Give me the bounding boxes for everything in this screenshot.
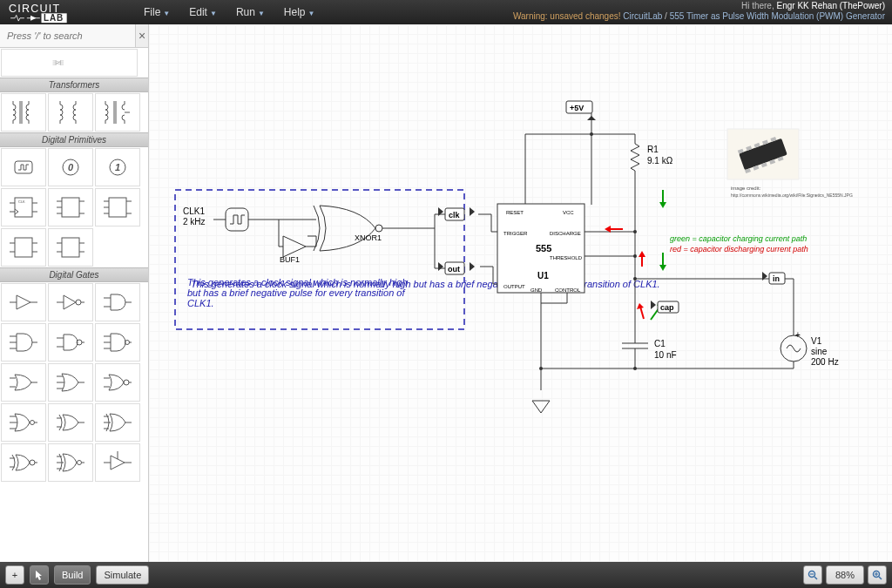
component-one[interactable]: 1 — [95, 148, 140, 186]
port-cap: cap — [651, 301, 679, 313]
canvas[interactable]: This generates a clock signal which is n… — [149, 24, 892, 562]
svg-point-21 — [78, 461, 82, 465]
component-nor[interactable] — [95, 363, 140, 402]
cat-transformers: Transformers — [0, 78, 148, 92]
component-xor[interactable] — [48, 403, 93, 442]
crumb-title[interactable]: 555 Timer as Pulse Width Modulation (PWM… — [670, 11, 885, 21]
v1-type: sine — [811, 347, 828, 356]
c1-val: 10 nF — [654, 350, 677, 360]
clk-label: CLK1 — [183, 206, 205, 216]
cat-digital-primitives: Digital Primitives — [0, 132, 148, 147]
svg-text:out: out — [448, 265, 460, 274]
component-and[interactable] — [95, 283, 140, 321]
svg-rect-1 — [30, 17, 37, 18]
zoom-in-button[interactable] — [868, 565, 887, 585]
menu-edit[interactable]: Edit▼ — [189, 6, 217, 18]
zoom-level[interactable]: 88% — [826, 565, 864, 585]
svg-text:RESET: RESET — [506, 210, 524, 215]
zoom-out-button[interactable] — [803, 565, 822, 585]
cat-digital-gates: Digital Gates — [0, 267, 148, 282]
component-dff4[interactable] — [1, 228, 46, 267]
menu-run[interactable]: Run▼ — [236, 6, 265, 18]
c1-ref: C1 — [654, 339, 666, 348]
svg-rect-11 — [62, 198, 79, 217]
svg-text:CONTROL: CONTROL — [555, 287, 581, 293]
svg-text:CLK: CLK — [18, 199, 25, 204]
clk-freq: 2 kHz — [183, 217, 206, 226]
component-transformer3[interactable] — [95, 93, 140, 132]
svg-text:DISCHARGE: DISCHARGE — [550, 231, 581, 236]
cursor-tool[interactable] — [30, 565, 49, 585]
component-dff1[interactable]: CLK — [1, 188, 46, 226]
build-button[interactable]: Build — [54, 565, 91, 585]
legend-green: green = capacitor charging current path — [670, 234, 807, 243]
credit-url: http://commons.wikimedia.org/wiki/File:S… — [731, 193, 853, 198]
component-nand[interactable] — [48, 323, 93, 362]
component-dff5[interactable] — [48, 228, 93, 267]
v1-ref: V1 — [811, 336, 822, 346]
main-menus: File▼ Edit▼ Run▼ Help▼ — [144, 6, 314, 18]
component-dff2[interactable] — [48, 188, 93, 226]
component-inverter[interactable] — [48, 283, 93, 321]
buf-label: BUF1 — [280, 255, 300, 264]
component-clock[interactable] — [1, 148, 46, 186]
svg-point-18 — [124, 380, 129, 385]
credit-label: image credit: — [731, 186, 761, 191]
menu-file[interactable]: File▼ — [144, 6, 170, 18]
svg-rect-13 — [15, 238, 32, 257]
menu-help[interactable]: Help▼ — [284, 6, 315, 18]
svg-text:THRESHOLD: THRESHOLD — [550, 255, 583, 260]
component-tristate[interactable] — [95, 443, 140, 482]
component-switch[interactable] — [1, 49, 138, 77]
search-input[interactable] — [0, 24, 135, 47]
svg-text:VCC: VCC — [563, 210, 574, 215]
crumb-app[interactable]: CircuitLab — [623, 11, 662, 21]
component-xor3[interactable] — [95, 403, 140, 442]
svg-text:OUTPUT: OUTPUT — [503, 284, 525, 289]
r1-ref: R1 — [647, 145, 659, 154]
svg-rect-24 — [226, 208, 248, 231]
username[interactable]: Engr KK Rehan (ThePower) — [776, 1, 885, 10]
component-transformer2[interactable] — [48, 93, 93, 132]
legend-red: red = capacitor discharging current path — [670, 245, 808, 253]
add-tab-button[interactable]: + — [5, 565, 24, 585]
bottom-toolbar: + Build Simulate 88% — [0, 562, 892, 588]
svg-text:GND: GND — [530, 287, 543, 293]
component-nor3[interactable] — [1, 403, 46, 442]
component-buffer[interactable] — [1, 283, 46, 321]
component-xnor3[interactable] — [48, 443, 93, 482]
app-logo[interactable]: CIRCUIT LAB — [0, 0, 126, 24]
component-or3[interactable] — [48, 363, 93, 402]
port-in: in — [762, 272, 785, 284]
svg-text:clk: clk — [449, 211, 461, 220]
component-or[interactable] — [1, 363, 46, 402]
svg-text:LAB: LAB — [44, 12, 64, 22]
component-palette: × Transformers Digital Primitives 0 1 CL… — [0, 24, 149, 562]
svg-point-50 — [633, 277, 637, 280]
search-clear[interactable]: × — [135, 24, 148, 47]
note-text: This generates a clock signal which is n… — [187, 277, 422, 308]
user-area: Hi there, Engr KK Rehan (ThePower) Warni… — [513, 1, 885, 22]
component-xnor[interactable] — [1, 443, 46, 482]
schematic[interactable]: This generates a clock signal which is n… — [149, 24, 892, 460]
component-and3[interactable] — [1, 323, 46, 362]
svg-text:in: in — [773, 274, 780, 283]
unsaved-warning: Warning: unsaved changes! — [513, 11, 621, 21]
svg-rect-12 — [109, 198, 126, 217]
svg-point-47 — [633, 367, 637, 370]
component-transformer1[interactable] — [1, 93, 46, 132]
component-nand3[interactable] — [95, 323, 140, 362]
top-menu-bar: CIRCUIT LAB File▼ Edit▼ Run▼ Help▼ Hi th… — [0, 0, 892, 24]
svg-point-20 — [30, 460, 35, 465]
simulate-button[interactable]: Simulate — [96, 565, 149, 585]
svg-text:cap: cap — [660, 303, 674, 312]
component-dff3[interactable] — [95, 188, 140, 226]
svg-rect-14 — [62, 238, 79, 257]
component-zero[interactable]: 0 — [48, 148, 93, 186]
xnor-label: XNOR1 — [355, 233, 382, 242]
r1-val: 9.1 kΩ — [647, 156, 673, 166]
svg-point-25 — [375, 225, 382, 232]
v1-freq: 200 Hz — [811, 357, 839, 367]
chip-ref: U1 — [537, 271, 549, 280]
svg-text:TRIGGER: TRIGGER — [503, 231, 528, 236]
